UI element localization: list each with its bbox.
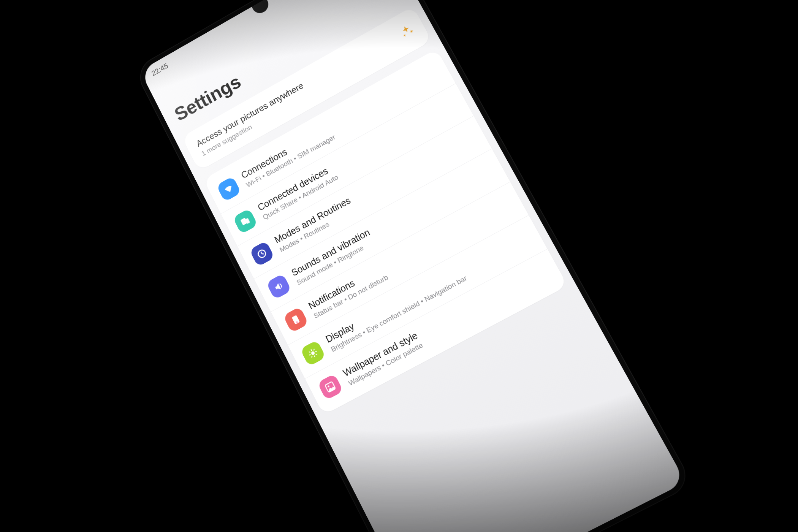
wallpaper-icon [317, 374, 343, 401]
phone-screen: 22:45 Vod LTE2 [140, 0, 686, 532]
svg-point-14 [327, 385, 329, 387]
wifi-icon [216, 176, 241, 202]
notifications-icon [283, 306, 309, 333]
phone-frame: 22:45 Vod LTE2 [133, 0, 694, 532]
routines-icon [249, 241, 275, 267]
svg-point-12 [310, 351, 315, 356]
sound-icon [266, 273, 292, 299]
devices-icon [233, 208, 258, 234]
display-icon [300, 340, 326, 366]
sparkles-icon [398, 22, 417, 41]
